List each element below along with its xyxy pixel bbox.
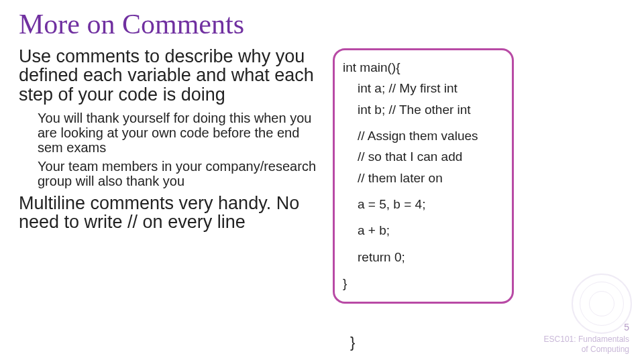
slide: More on Comments Use comments to describ…	[0, 0, 644, 362]
code-line: }	[343, 273, 505, 294]
code-line: // Assign them values	[343, 125, 505, 146]
code-line: a = 5, b = 4;	[343, 194, 505, 215]
course-label-2: of Computing	[582, 345, 629, 354]
bullet-main-1: Use comments to describe why you defined…	[19, 47, 321, 104]
bullet-sub-2: Your team members in your company/resear…	[19, 159, 321, 188]
code-line: int b; // The other int	[343, 99, 505, 120]
bullet-sub-1: You will thank yourself for doing this w…	[19, 111, 321, 155]
code-line: // them later on	[343, 168, 505, 188]
text-column: Use comments to describe why you defined…	[19, 47, 321, 304]
page-number: 5	[544, 322, 629, 333]
course-label-1: ESC101: Fundamentals	[544, 335, 629, 344]
code-line: int main(){	[343, 57, 505, 78]
code-example-box: int main(){ int a; // My first int int b…	[333, 48, 514, 304]
footer: 5 ESC101: Fundamentals of Computing	[544, 322, 629, 354]
content-row: Use comments to describe why you defined…	[19, 47, 625, 304]
slide-title: More on Comments	[19, 8, 625, 40]
bullet-main-2: Multiline comments very handy. No need t…	[19, 194, 321, 232]
code-line: a + b;	[343, 220, 505, 241]
stray-brace: }	[350, 334, 355, 351]
code-line: int a; // My first int	[343, 78, 505, 99]
code-line: // so that I can add	[343, 146, 505, 167]
code-line: return 0;	[343, 247, 505, 267]
